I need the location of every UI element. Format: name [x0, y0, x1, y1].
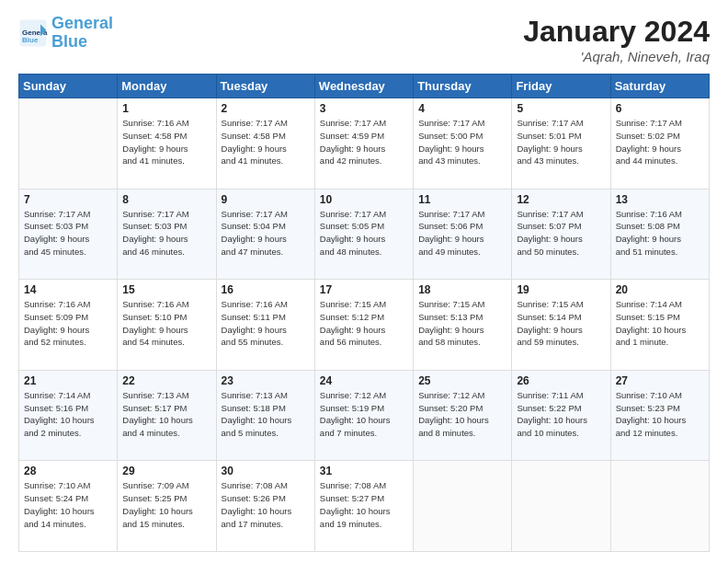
calendar-cell: 8Sunrise: 7:17 AM Sunset: 5:03 PM Daylig… [118, 189, 216, 280]
calendar-cell [512, 461, 610, 552]
day-number: 19 [517, 283, 605, 296]
calendar-cell: 17Sunrise: 7:15 AM Sunset: 5:12 PM Dayli… [314, 280, 413, 371]
day-number: 17 [320, 283, 408, 296]
day-info: Sunrise: 7:16 AM Sunset: 5:10 PM Dayligh… [122, 298, 210, 349]
calendar-cell: 31Sunrise: 7:08 AM Sunset: 5:27 PM Dayli… [314, 461, 413, 552]
day-number: 15 [122, 283, 210, 296]
day-number: 11 [418, 193, 506, 206]
calendar-cell: 26Sunrise: 7:11 AM Sunset: 5:22 PM Dayli… [512, 370, 610, 461]
main-title: January 2024 [523, 15, 710, 49]
day-info: Sunrise: 7:16 AM Sunset: 5:08 PM Dayligh… [616, 208, 704, 259]
calendar-cell: 20Sunrise: 7:14 AM Sunset: 5:15 PM Dayli… [610, 280, 709, 371]
day-info: Sunrise: 7:17 AM Sunset: 5:00 PM Dayligh… [418, 117, 506, 167]
calendar-cell: 13Sunrise: 7:16 AM Sunset: 5:08 PM Dayli… [610, 189, 709, 280]
day-number: 30 [222, 465, 310, 477]
day-number: 2 [222, 102, 310, 115]
day-number: 28 [24, 465, 112, 477]
title-block: January 2024 'Aqrah, Nineveh, Iraq [523, 15, 710, 64]
weekday-header: Monday [118, 75, 216, 98]
calendar-cell: 3Sunrise: 7:17 AM Sunset: 4:59 PM Daylig… [314, 98, 413, 190]
day-number: 8 [122, 193, 210, 206]
calendar-cell: 22Sunrise: 7:13 AM Sunset: 5:17 PM Dayli… [118, 370, 216, 461]
day-info: Sunrise: 7:12 AM Sunset: 5:19 PM Dayligh… [320, 389, 408, 440]
weekday-header: Tuesday [216, 75, 314, 98]
day-info: Sunrise: 7:17 AM Sunset: 4:58 PM Dayligh… [222, 117, 310, 167]
day-number: 27 [616, 374, 704, 387]
day-info: Sunrise: 7:16 AM Sunset: 4:58 PM Dayligh… [122, 117, 210, 167]
day-info: Sunrise: 7:15 AM Sunset: 5:14 PM Dayligh… [517, 298, 605, 349]
day-info: Sunrise: 7:17 AM Sunset: 5:06 PM Dayligh… [418, 208, 506, 259]
logo-text: General Blue [51, 15, 113, 52]
calendar-cell: 1Sunrise: 7:16 AM Sunset: 4:58 PM Daylig… [118, 98, 216, 190]
calendar-table: SundayMondayTuesdayWednesdayThursdayFrid… [18, 74, 710, 552]
header: General Blue General Blue January 2024 '… [18, 15, 710, 64]
day-number: 12 [517, 193, 605, 206]
calendar-cell: 6Sunrise: 7:17 AM Sunset: 5:02 PM Daylig… [610, 98, 709, 190]
day-info: Sunrise: 7:17 AM Sunset: 5:07 PM Dayligh… [517, 208, 605, 259]
calendar-cell: 7Sunrise: 7:17 AM Sunset: 5:03 PM Daylig… [19, 189, 118, 280]
calendar-cell [414, 461, 512, 552]
calendar-cell: 2Sunrise: 7:17 AM Sunset: 4:58 PM Daylig… [216, 98, 314, 190]
day-number: 22 [122, 374, 210, 387]
day-info: Sunrise: 7:17 AM Sunset: 4:59 PM Dayligh… [320, 117, 408, 167]
calendar-cell: 14Sunrise: 7:16 AM Sunset: 5:09 PM Dayli… [19, 280, 118, 371]
day-info: Sunrise: 7:17 AM Sunset: 5:01 PM Dayligh… [517, 117, 605, 167]
calendar-week-row: 7Sunrise: 7:17 AM Sunset: 5:03 PM Daylig… [19, 189, 710, 280]
day-number: 29 [122, 465, 210, 477]
day-info: Sunrise: 7:16 AM Sunset: 5:11 PM Dayligh… [222, 298, 310, 349]
calendar-cell: 28Sunrise: 7:10 AM Sunset: 5:24 PM Dayli… [19, 461, 118, 552]
calendar-week-row: 21Sunrise: 7:14 AM Sunset: 5:16 PM Dayli… [19, 370, 710, 461]
day-number: 3 [320, 102, 408, 115]
day-number: 20 [616, 283, 704, 296]
day-number: 6 [616, 102, 704, 115]
day-info: Sunrise: 7:13 AM Sunset: 5:17 PM Dayligh… [122, 389, 210, 440]
day-info: Sunrise: 7:13 AM Sunset: 5:18 PM Dayligh… [222, 389, 310, 440]
calendar-cell [610, 461, 709, 552]
day-info: Sunrise: 7:15 AM Sunset: 5:12 PM Dayligh… [320, 298, 408, 349]
day-info: Sunrise: 7:09 AM Sunset: 5:25 PM Dayligh… [122, 479, 210, 530]
calendar-cell: 27Sunrise: 7:10 AM Sunset: 5:23 PM Dayli… [610, 370, 709, 461]
day-number: 5 [517, 102, 605, 115]
day-info: Sunrise: 7:11 AM Sunset: 5:22 PM Dayligh… [517, 389, 605, 440]
day-number: 7 [24, 193, 112, 206]
calendar-cell: 9Sunrise: 7:17 AM Sunset: 5:04 PM Daylig… [216, 189, 314, 280]
calendar-cell: 21Sunrise: 7:14 AM Sunset: 5:16 PM Dayli… [19, 370, 118, 461]
day-number: 18 [418, 283, 506, 296]
day-number: 13 [616, 193, 704, 206]
weekday-header: Thursday [414, 75, 512, 98]
day-number: 31 [320, 465, 408, 477]
logo: General Blue General Blue [18, 15, 113, 52]
day-info: Sunrise: 7:17 AM Sunset: 5:03 PM Dayligh… [122, 208, 210, 259]
day-info: Sunrise: 7:14 AM Sunset: 5:16 PM Dayligh… [24, 389, 112, 440]
calendar-cell: 4Sunrise: 7:17 AM Sunset: 5:00 PM Daylig… [414, 98, 512, 190]
calendar-week-row: 14Sunrise: 7:16 AM Sunset: 5:09 PM Dayli… [19, 280, 710, 371]
day-number: 1 [122, 102, 210, 115]
day-number: 14 [24, 283, 112, 296]
day-info: Sunrise: 7:08 AM Sunset: 5:27 PM Dayligh… [320, 479, 408, 530]
calendar-week-row: 28Sunrise: 7:10 AM Sunset: 5:24 PM Dayli… [19, 461, 710, 552]
calendar-cell: 18Sunrise: 7:15 AM Sunset: 5:13 PM Dayli… [414, 280, 512, 371]
weekday-header: Saturday [610, 75, 709, 98]
calendar-cell: 15Sunrise: 7:16 AM Sunset: 5:10 PM Dayli… [118, 280, 216, 371]
logo-icon: General Blue [18, 18, 48, 48]
day-info: Sunrise: 7:15 AM Sunset: 5:13 PM Dayligh… [418, 298, 506, 349]
day-number: 10 [320, 193, 408, 206]
calendar-cell: 25Sunrise: 7:12 AM Sunset: 5:20 PM Dayli… [414, 370, 512, 461]
calendar-cell: 30Sunrise: 7:08 AM Sunset: 5:26 PM Dayli… [216, 461, 314, 552]
day-info: Sunrise: 7:12 AM Sunset: 5:20 PM Dayligh… [418, 389, 506, 440]
day-info: Sunrise: 7:10 AM Sunset: 5:24 PM Dayligh… [24, 479, 112, 530]
day-number: 4 [418, 102, 506, 115]
day-number: 23 [222, 374, 310, 387]
weekday-header: Sunday [19, 75, 118, 98]
day-info: Sunrise: 7:17 AM Sunset: 5:05 PM Dayligh… [320, 208, 408, 259]
day-info: Sunrise: 7:17 AM Sunset: 5:02 PM Dayligh… [616, 117, 704, 167]
calendar-cell: 24Sunrise: 7:12 AM Sunset: 5:19 PM Dayli… [314, 370, 413, 461]
subtitle: 'Aqrah, Nineveh, Iraq [523, 49, 710, 64]
calendar-cell: 5Sunrise: 7:17 AM Sunset: 5:01 PM Daylig… [512, 98, 610, 190]
calendar-cell: 29Sunrise: 7:09 AM Sunset: 5:25 PM Dayli… [118, 461, 216, 552]
page: General Blue General Blue January 2024 '… [0, 0, 728, 563]
day-info: Sunrise: 7:17 AM Sunset: 5:04 PM Dayligh… [222, 208, 310, 259]
calendar-header-row: SundayMondayTuesdayWednesdayThursdayFrid… [19, 75, 710, 98]
day-number: 25 [418, 374, 506, 387]
weekday-header: Friday [512, 75, 610, 98]
